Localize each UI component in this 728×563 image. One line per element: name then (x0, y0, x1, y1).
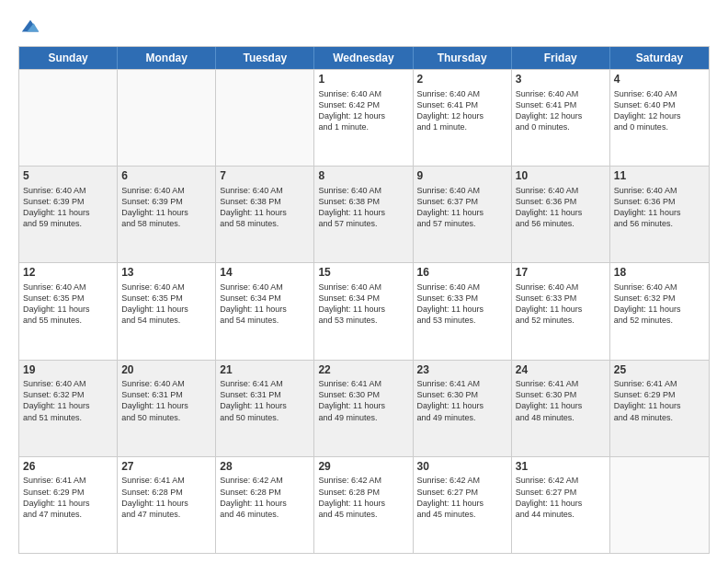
weekday-header: Sunday (19, 47, 118, 69)
day-info: Sunrise: 6:40 AM Sunset: 6:35 PM Dayligh… (121, 282, 211, 327)
calendar-row: 19Sunrise: 6:40 AM Sunset: 6:32 PM Dayli… (19, 360, 709, 456)
day-number: 17 (516, 266, 606, 281)
day-number: 6 (121, 169, 211, 184)
calendar-cell: 14Sunrise: 6:40 AM Sunset: 6:34 PM Dayli… (216, 263, 314, 359)
weekday-header: Friday (512, 47, 610, 69)
calendar-cell: 21Sunrise: 6:41 AM Sunset: 6:31 PM Dayli… (216, 361, 314, 456)
calendar-cell: 30Sunrise: 6:42 AM Sunset: 6:27 PM Dayli… (414, 457, 512, 553)
calendar-cell: 3Sunrise: 6:40 AM Sunset: 6:41 PM Daylig… (512, 70, 610, 166)
day-number: 5 (23, 169, 113, 184)
calendar-cell: 4Sunrise: 6:40 AM Sunset: 6:40 PM Daylig… (610, 70, 709, 166)
day-number: 30 (417, 460, 507, 475)
day-info: Sunrise: 6:40 AM Sunset: 6:41 PM Dayligh… (417, 88, 507, 133)
day-info: Sunrise: 6:41 AM Sunset: 6:31 PM Dayligh… (220, 378, 310, 423)
calendar-cell: 31Sunrise: 6:42 AM Sunset: 6:27 PM Dayli… (512, 457, 610, 553)
calendar-cell: 23Sunrise: 6:41 AM Sunset: 6:30 PM Dayli… (414, 361, 512, 456)
day-info: Sunrise: 6:41 AM Sunset: 6:28 PM Dayligh… (121, 475, 211, 520)
calendar-cell: 7Sunrise: 6:40 AM Sunset: 6:38 PM Daylig… (216, 167, 314, 262)
day-number: 27 (121, 460, 211, 475)
weekday-header: Saturday (610, 47, 709, 69)
calendar-cell: 26Sunrise: 6:41 AM Sunset: 6:29 PM Dayli… (19, 457, 118, 553)
calendar-cell: 15Sunrise: 6:40 AM Sunset: 6:34 PM Dayli… (314, 263, 413, 359)
day-info: Sunrise: 6:42 AM Sunset: 6:27 PM Dayligh… (417, 475, 507, 520)
day-info: Sunrise: 6:41 AM Sunset: 6:30 PM Dayligh… (417, 378, 507, 423)
calendar-row: 1Sunrise: 6:40 AM Sunset: 6:42 PM Daylig… (19, 69, 709, 166)
day-info: Sunrise: 6:41 AM Sunset: 6:30 PM Dayligh… (516, 378, 606, 423)
day-info: Sunrise: 6:40 AM Sunset: 6:37 PM Dayligh… (417, 185, 507, 230)
day-info: Sunrise: 6:40 AM Sunset: 6:36 PM Dayligh… (516, 185, 606, 230)
calendar-cell: 12Sunrise: 6:40 AM Sunset: 6:35 PM Dayli… (19, 263, 118, 359)
calendar-cell: 19Sunrise: 6:40 AM Sunset: 6:32 PM Dayli… (19, 361, 118, 456)
day-number: 20 (121, 363, 211, 378)
day-number: 21 (220, 363, 310, 378)
day-info: Sunrise: 6:41 AM Sunset: 6:30 PM Dayligh… (318, 378, 408, 423)
day-number: 7 (220, 169, 310, 184)
calendar-cell: 18Sunrise: 6:40 AM Sunset: 6:32 PM Dayli… (610, 263, 709, 359)
day-info: Sunrise: 6:40 AM Sunset: 6:38 PM Dayligh… (318, 185, 408, 230)
day-number: 23 (417, 363, 507, 378)
logo-icon (20, 17, 40, 37)
day-info: Sunrise: 6:40 AM Sunset: 6:35 PM Dayligh… (23, 282, 113, 327)
day-number: 28 (220, 460, 310, 475)
day-number: 18 (614, 266, 705, 281)
weekday-header: Monday (118, 47, 216, 69)
calendar-cell: 10Sunrise: 6:40 AM Sunset: 6:36 PM Dayli… (512, 167, 610, 262)
day-info: Sunrise: 6:40 AM Sunset: 6:36 PM Dayligh… (614, 185, 705, 230)
day-number: 16 (417, 266, 507, 281)
day-info: Sunrise: 6:40 AM Sunset: 6:33 PM Dayligh… (417, 282, 507, 327)
header (18, 17, 710, 37)
calendar-cell (216, 70, 314, 166)
day-number: 2 (417, 73, 507, 87)
day-number: 14 (220, 266, 310, 281)
day-number: 22 (318, 363, 408, 378)
calendar-cell: 1Sunrise: 6:40 AM Sunset: 6:42 PM Daylig… (314, 70, 413, 166)
calendar-cell: 29Sunrise: 6:42 AM Sunset: 6:28 PM Dayli… (314, 457, 413, 553)
day-info: Sunrise: 6:40 AM Sunset: 6:31 PM Dayligh… (121, 378, 211, 423)
calendar-cell: 8Sunrise: 6:40 AM Sunset: 6:38 PM Daylig… (314, 167, 413, 262)
day-info: Sunrise: 6:42 AM Sunset: 6:28 PM Dayligh… (318, 475, 408, 520)
day-info: Sunrise: 6:40 AM Sunset: 6:32 PM Dayligh… (23, 378, 113, 423)
page: SundayMondayTuesdayWednesdayThursdayFrid… (0, 0, 728, 563)
calendar-cell: 22Sunrise: 6:41 AM Sunset: 6:30 PM Dayli… (314, 361, 413, 456)
day-info: Sunrise: 6:40 AM Sunset: 6:34 PM Dayligh… (220, 282, 310, 327)
day-info: Sunrise: 6:40 AM Sunset: 6:40 PM Dayligh… (614, 88, 705, 133)
calendar-row: 26Sunrise: 6:41 AM Sunset: 6:29 PM Dayli… (19, 456, 709, 553)
calendar-row: 12Sunrise: 6:40 AM Sunset: 6:35 PM Dayli… (19, 262, 709, 359)
calendar-cell (118, 70, 216, 166)
calendar-cell: 25Sunrise: 6:41 AM Sunset: 6:29 PM Dayli… (610, 361, 709, 456)
weekday-header: Wednesday (314, 47, 413, 69)
calendar-cell: 28Sunrise: 6:42 AM Sunset: 6:28 PM Dayli… (216, 457, 314, 553)
weekday-header: Tuesday (216, 47, 314, 69)
day-number: 12 (23, 266, 113, 281)
day-number: 25 (614, 363, 705, 378)
day-number: 13 (121, 266, 211, 281)
calendar-body: 1Sunrise: 6:40 AM Sunset: 6:42 PM Daylig… (19, 69, 709, 553)
day-info: Sunrise: 6:42 AM Sunset: 6:28 PM Dayligh… (220, 475, 310, 520)
calendar-cell: 6Sunrise: 6:40 AM Sunset: 6:39 PM Daylig… (118, 167, 216, 262)
day-info: Sunrise: 6:42 AM Sunset: 6:27 PM Dayligh… (516, 475, 606, 520)
day-number: 9 (417, 169, 507, 184)
calendar-cell (610, 457, 709, 553)
day-info: Sunrise: 6:40 AM Sunset: 6:39 PM Dayligh… (23, 185, 113, 230)
day-number: 29 (318, 460, 408, 475)
day-info: Sunrise: 6:40 AM Sunset: 6:34 PM Dayligh… (318, 282, 408, 327)
day-number: 10 (516, 169, 606, 184)
calendar-cell: 11Sunrise: 6:40 AM Sunset: 6:36 PM Dayli… (610, 167, 709, 262)
day-info: Sunrise: 6:40 AM Sunset: 6:32 PM Dayligh… (614, 282, 705, 327)
day-number: 3 (516, 73, 606, 87)
day-number: 26 (23, 460, 113, 475)
calendar-cell: 13Sunrise: 6:40 AM Sunset: 6:35 PM Dayli… (118, 263, 216, 359)
calendar-cell: 27Sunrise: 6:41 AM Sunset: 6:28 PM Dayli… (118, 457, 216, 553)
day-info: Sunrise: 6:40 AM Sunset: 6:41 PM Dayligh… (516, 88, 606, 133)
day-number: 8 (318, 169, 408, 184)
calendar-cell: 24Sunrise: 6:41 AM Sunset: 6:30 PM Dayli… (512, 361, 610, 456)
day-info: Sunrise: 6:40 AM Sunset: 6:38 PM Dayligh… (220, 185, 310, 230)
calendar-header: SundayMondayTuesdayWednesdayThursdayFrid… (19, 47, 709, 69)
day-number: 4 (614, 73, 705, 87)
day-number: 11 (614, 169, 705, 184)
logo (18, 17, 40, 37)
day-number: 15 (318, 266, 408, 281)
calendar-cell: 2Sunrise: 6:40 AM Sunset: 6:41 PM Daylig… (414, 70, 512, 166)
day-info: Sunrise: 6:40 AM Sunset: 6:33 PM Dayligh… (516, 282, 606, 327)
calendar-cell: 5Sunrise: 6:40 AM Sunset: 6:39 PM Daylig… (19, 167, 118, 262)
